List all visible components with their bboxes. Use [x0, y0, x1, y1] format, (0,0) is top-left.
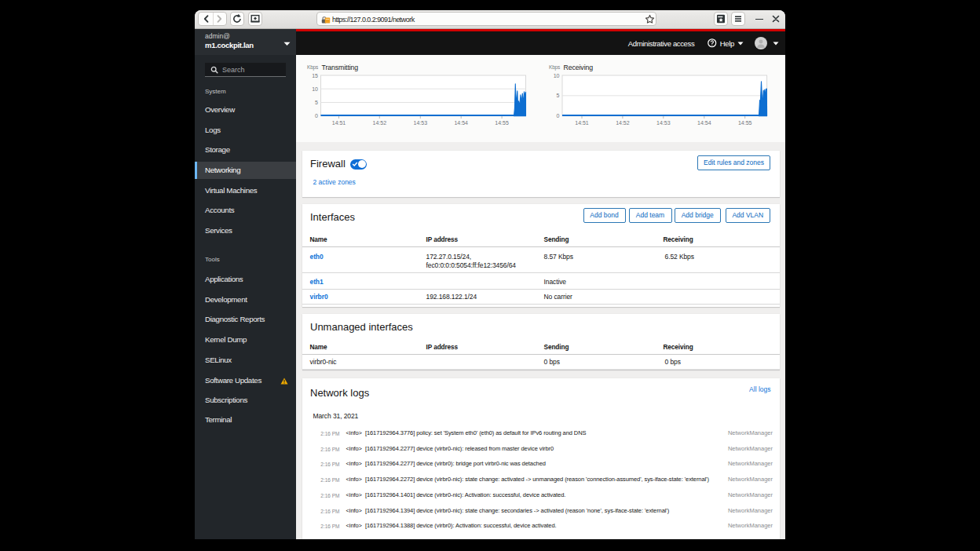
svg-text:Kbps: Kbps	[549, 64, 561, 71]
svg-text:14:52: 14:52	[373, 120, 387, 126]
svg-text:10: 10	[312, 86, 318, 92]
svg-text:Receiving: Receiving	[564, 64, 594, 71]
svg-text:14:54: 14:54	[697, 120, 711, 126]
svg-text:14:52: 14:52	[616, 120, 630, 126]
svg-text:14:55: 14:55	[738, 120, 752, 126]
svg-text:14:53: 14:53	[414, 120, 428, 126]
svg-text:14:55: 14:55	[495, 120, 509, 126]
svg-text:15: 15	[312, 73, 318, 78]
svg-text:14:53: 14:53	[656, 120, 671, 126]
svg-text:0: 0	[315, 113, 318, 119]
svg-text:Transmitting: Transmitting	[322, 64, 359, 71]
svg-text:5: 5	[557, 93, 560, 98]
svg-text:10: 10	[554, 73, 560, 78]
svg-text:14:51: 14:51	[575, 120, 589, 126]
svg-text:Kbps: Kbps	[307, 64, 319, 71]
svg-text:0: 0	[557, 113, 560, 119]
svg-text:14:54: 14:54	[454, 120, 468, 126]
svg-text:5: 5	[315, 100, 318, 105]
svg-text:14:51: 14:51	[332, 120, 346, 126]
